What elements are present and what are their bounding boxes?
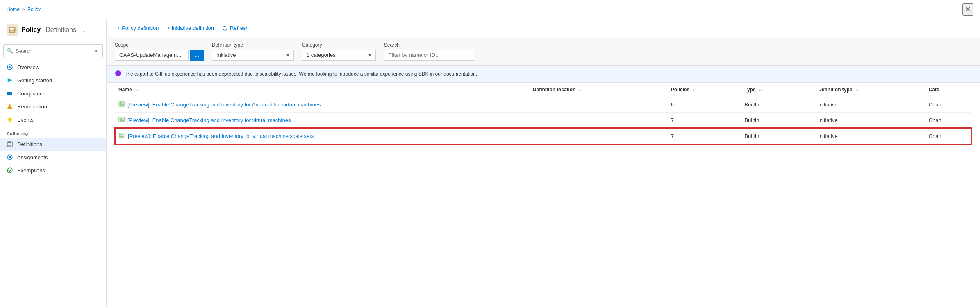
search-filter-label: Search [384,42,474,48]
toolbar: + Policy definition + Initiative definit… [107,19,980,37]
nav-definitions[interactable]: Definitions [0,138,106,151]
nav-events-label: Events [17,117,34,123]
row3-category: Chan [925,128,971,144]
nav-events[interactable]: Events [0,113,106,126]
col-definition-type[interactable]: Definition type ↑↓ [815,83,925,97]
scope-input-row: OAAS-UpdateManagem... ... [115,50,204,61]
main-layout: Policy | Definitions ... 🔍 « Overview [0,19,980,307]
category-filter-group: Category 1 categories ▾ [302,42,376,61]
nav-exemptions-label: Exemptions [17,167,45,174]
definitions-icon [7,141,13,147]
refresh-button[interactable]: Refresh [220,23,251,33]
scope-button[interactable]: ... [190,50,204,61]
row1-policies: 6 [668,97,741,113]
svg-text:i: i [118,71,119,76]
sidebar: Policy | Definitions ... 🔍 « Overview [0,19,107,307]
row3-definition-type: Initiative [815,128,925,144]
exemptions-icon [7,167,13,174]
sidebar-search-input[interactable] [16,48,91,54]
row3-name-link[interactable]: [Preview]: Enable ChangeTracking and Inv… [128,133,314,139]
table-header-row: Name ↑↓ Definition location ↑↓ Policies … [115,83,971,97]
scope-filter-group: Scope OAAS-UpdateManagem... ... [115,42,204,61]
nav-overview[interactable]: Overview [0,61,106,74]
initiative-definition-button[interactable]: + Initiative definition [165,23,217,33]
row2-definition-type: Initiative [815,113,925,129]
notice-bar: i The export to GitHub experience has be… [107,66,980,83]
col-category: Cate [925,83,971,97]
table-row: [Preview]: Enable ChangeTracking and Inv… [115,113,971,129]
type-sort-arrows: ↑↓ [759,90,762,92]
table-row: [Preview]: Enable ChangeTracking and Inv… [115,128,971,144]
def-type-sort-arrows: ↑↓ [855,90,859,92]
refresh-icon [222,25,228,31]
nav-exemptions[interactable]: Exemptions [0,164,106,177]
svg-rect-25 [120,118,122,120]
row3-policies: 7 [668,128,741,144]
scope-value: OAAS-UpdateManagem... [119,52,181,58]
category-select[interactable]: 1 categories ▾ [302,50,376,61]
nav-remediation[interactable]: Remediation [0,100,106,113]
policy-definition-button[interactable]: + Policy definition [115,23,161,33]
col-definition-location[interactable]: Definition location ↑↓ [530,83,668,97]
svg-rect-29 [120,134,122,135]
nav-remediation-label: Remediation [17,104,47,110]
nav-compliance[interactable]: Compliance [0,87,106,100]
nav-overview-label: Overview [17,64,39,70]
definition-type-chevron: ▾ [286,52,289,58]
refresh-label: Refresh [230,25,249,31]
scope-label: Scope [115,42,204,48]
row3-type: BuiltIn [741,128,815,144]
row2-type: BuiltIn [741,113,815,129]
notice-icon: i [115,70,121,78]
table-body: [Preview]: Enable ChangeTracking and Inv… [115,97,971,144]
page-title-main: Policy [21,26,41,34]
svg-rect-12 [8,142,11,143]
row3-definition-location [530,128,668,144]
nav-compliance-label: Compliance [17,90,45,97]
filters-bar: Scope OAAS-UpdateManagem... ... Definiti… [107,37,980,66]
authoring-section-label: Authoring [0,126,106,138]
page-subtitle: Definitions [45,26,76,34]
collapse-sidebar-button[interactable]: « [93,46,99,55]
svg-rect-14 [8,145,11,146]
row1-icon [118,101,125,108]
def-location-sort-arrows: ↑↓ [579,90,582,92]
scope-select[interactable]: OAAS-UpdateManagem... [115,50,189,61]
svg-point-16 [9,156,11,158]
remediation-icon [7,103,13,110]
notice-text: The export to GitHub experience has been… [125,71,477,77]
definition-type-select[interactable]: Initiative ▾ [212,50,294,61]
row2-definition-location [530,113,668,129]
row2-name-cell: [Preview]: Enable ChangeTracking and Inv… [115,113,530,129]
definitions-table: Name ↑↓ Definition location ↑↓ Policies … [115,83,972,144]
category-label: Category [302,42,376,48]
row1-name-link[interactable]: [Preview]: Enable ChangeTracking and Inv… [127,102,321,108]
row3-name-cell: [Preview]: Enable ChangeTracking and Inv… [115,128,530,144]
breadcrumb-home[interactable]: Home [7,7,20,12]
page-more-button[interactable]: ... [81,27,86,33]
row2-name-link[interactable]: [Preview]: Enable ChangeTracking and Inv… [127,117,291,123]
row1-type: BuiltIn [741,97,815,113]
col-type[interactable]: Type ↑↓ [741,83,815,97]
col-name[interactable]: Name ↑↓ [115,83,530,97]
close-button[interactable]: ✕ [962,3,973,16]
breadcrumb-policy[interactable]: Policy [27,7,41,12]
nav-getting-started[interactable]: Getting started [0,74,106,87]
search-icon: 🔍 [7,48,13,54]
row1-definition-location [530,97,668,113]
row1-name-cell: [Preview]: Enable ChangeTracking and Inv… [115,97,530,113]
nav-getting-started-label: Getting started [17,77,52,84]
svg-rect-3 [10,31,14,32]
table-row: [Preview]: Enable ChangeTracking and Inv… [115,97,971,113]
svg-rect-2 [10,29,13,30]
search-filter-input[interactable] [384,50,474,61]
category-value: 1 categories [307,52,336,58]
nav-assignments[interactable]: Assignments [0,151,106,164]
svg-rect-8 [7,93,12,94]
getting-started-icon [7,77,13,84]
nav-definitions-label: Definitions [17,141,42,147]
breadcrumb: Home > Policy [7,7,41,12]
content-area: + Policy definition + Initiative definit… [107,19,980,307]
col-policies[interactable]: Policies ↑↓ [668,83,741,97]
overview-icon [7,64,13,70]
